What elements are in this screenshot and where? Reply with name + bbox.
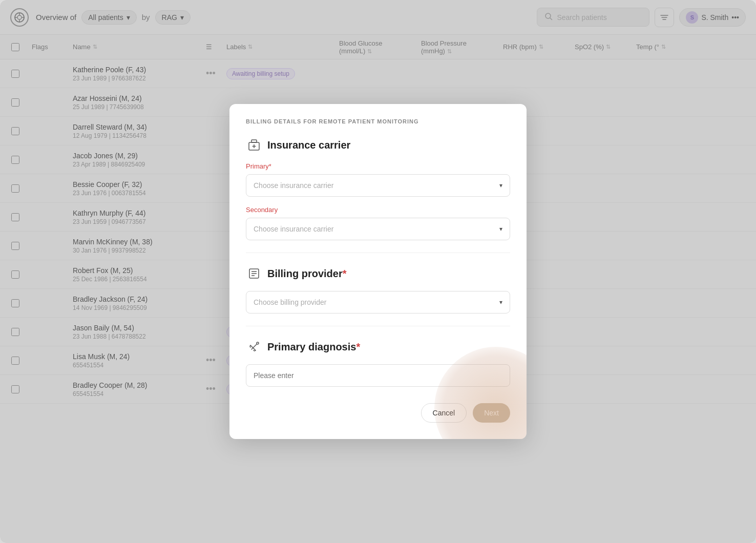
secondary-insurance-select[interactable]: Choose insurance carrier ▾ [246,218,510,240]
primary-insurance-select[interactable]: Choose insurance carrier ▾ [246,174,510,197]
billing-section-header: Billing provider* [246,265,510,282]
svg-rect-12 [251,140,257,142]
primary-field-label: Primary* [246,162,510,170]
chevron-down-icon: ▾ [499,299,502,306]
billing-icon [246,265,262,282]
insurance-section-header: Insurance carrier [246,137,510,153]
modal-footer: Cancel Next [246,403,510,423]
app-window: Overview of All patients ▾ by RAG ▾ Sear… [0,0,756,543]
insurance-section-title: Insurance carrier [267,139,350,151]
diagnosis-icon [246,339,262,355]
divider-2 [246,326,510,326]
secondary-insurance-placeholder: Choose insurance carrier [254,225,333,233]
billing-provider-select[interactable]: Choose billing provider ▾ [246,291,510,314]
billing-section-title: Billing provider* [267,268,346,280]
modal-overlay: BILLING DETAILS FOR REMOTE PATIENT MONIT… [0,0,756,543]
decorative-circle [434,347,527,439]
next-button[interactable]: Next [473,403,510,423]
cancel-button[interactable]: Cancel [421,403,467,423]
chevron-down-icon: ▾ [499,182,502,189]
billing-provider-placeholder: Choose billing provider [254,298,326,306]
divider-1 [246,253,510,253]
primary-insurance-placeholder: Choose insurance carrier [254,181,333,190]
diagnosis-section-header: Primary diagnosis* [246,339,510,355]
chevron-down-icon: ▾ [499,225,502,233]
modal-title: BILLING DETAILS FOR REMOTE PATIENT MONIT… [246,118,510,124]
svg-point-19 [257,342,259,344]
billing-modal: BILLING DETAILS FOR REMOTE PATIENT MONIT… [229,104,527,439]
secondary-field-label: Secondary [246,206,510,214]
diagnosis-input[interactable] [246,364,510,387]
diagnosis-section-title: Primary diagnosis* [267,341,360,353]
insurance-icon [246,137,262,153]
